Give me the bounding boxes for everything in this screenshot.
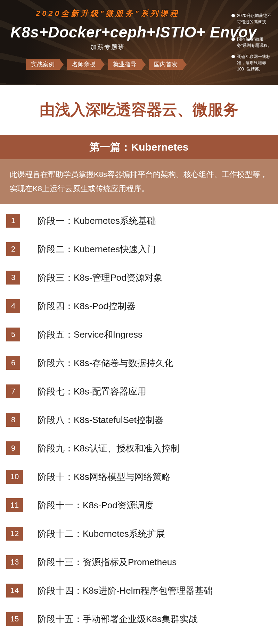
stage-row: 13 阶段十三：资源指标及Prometheus xyxy=(6,555,272,569)
stage-row: 7 阶段七：K8s-配置容器应用 xyxy=(6,384,272,398)
stage-title: 阶段十三：资源指标及Prometheus xyxy=(38,556,177,568)
bullet-dot-icon xyxy=(231,14,235,17)
hero-tags: 实战案例 名师亲授 就业指导 国内首发 xyxy=(10,59,268,70)
stage-number-badge: 7 xyxy=(6,384,20,398)
stage-title: 阶段四：K8s-Pod控制器 xyxy=(38,300,136,312)
stage-title: 阶段十二：Kubernetes系统扩展 xyxy=(38,528,165,540)
bullet-dot-icon xyxy=(231,55,235,58)
stage-row: 10 阶段十：K8s网络模型与网络策略 xyxy=(6,470,272,484)
hero-bullet: 国内首发"微服务"系列专题课程。 xyxy=(231,36,273,49)
stage-title: 阶段二：Kubernetes快速入门 xyxy=(38,243,156,255)
stage-title: 阶段一：Kubernetes系统基础 xyxy=(38,215,156,227)
stage-title: 阶段十一：K8s-Pod资源调度 xyxy=(38,499,154,511)
hero-tag: 名师亲授 xyxy=(67,59,100,70)
stage-title: 阶段八：K8s-StatefulSet控制器 xyxy=(38,414,164,426)
stage-row: 3 阶段三：K8s-管理Pod资源对象 xyxy=(6,271,272,285)
stage-number-badge: 3 xyxy=(6,271,20,285)
stage-number-badge: 14 xyxy=(6,584,23,598)
stage-title: 阶段十：K8s网络模型与网络策略 xyxy=(38,471,171,483)
stage-title: 阶段七：K8s-配置容器应用 xyxy=(38,385,146,398)
hero-subtitle: 加薪专题班 xyxy=(10,43,205,51)
hero-bullet: 2020升职加薪绝不可错过的高薪技术。 xyxy=(231,12,273,31)
stage-number-badge: 11 xyxy=(6,498,23,512)
page-headline: 由浅入深吃透容器云、微服务 xyxy=(0,85,278,135)
hero-banner: 2020全新升级"微服务"系列课程 K8s+Docker+ceph+ISTIO+… xyxy=(0,0,278,85)
stage-row: 14 阶段十四：K8s进阶-Helm程序包管理器基础 xyxy=(6,584,272,598)
stage-number-badge: 13 xyxy=(6,555,23,569)
hero-bullet-text: 国内首发"微服务"系列专题课程。 xyxy=(237,36,273,49)
stage-title: 阶段五：Service和Ingress xyxy=(38,329,142,341)
stage-row: 11 阶段十一：K8s-Pod资源调度 xyxy=(6,498,272,512)
stage-number-badge: 5 xyxy=(6,328,20,341)
bullet-dot-icon xyxy=(231,37,235,41)
stage-row: 2 阶段二：Kubernetes快速入门 xyxy=(6,242,272,256)
stage-row: 8 阶段八：K8s-StatefulSet控制器 xyxy=(6,413,272,427)
stage-number-badge: 9 xyxy=(6,441,20,455)
hero-tag: 就业指导 xyxy=(108,59,141,70)
stage-row: 9 阶段九：K8s认证、授权和准入控制 xyxy=(6,441,272,455)
stage-title: 阶段十五：手动部署企业级K8s集群实战 xyxy=(38,613,198,625)
stage-number-badge: 10 xyxy=(6,470,23,484)
section-title-bar: 第一篇：Kubernetes xyxy=(0,135,278,159)
hero-bullet-text: 2020升职加薪绝不可错过的高薪技术。 xyxy=(237,12,273,31)
stage-number-badge: 8 xyxy=(6,413,20,427)
hero-bullet: 死磕互联网一线标准，每期只培养100+位精英。 xyxy=(231,53,273,72)
stage-title: 阶段三：K8s-管理Pod资源对象 xyxy=(38,272,163,284)
stage-row: 1 阶段一：Kubernetes系统基础 xyxy=(6,214,272,228)
stage-row: 15 阶段十五：手动部署企业级K8s集群实战 xyxy=(6,612,272,626)
stage-number-badge: 2 xyxy=(6,242,20,256)
stage-number-badge: 6 xyxy=(6,356,20,370)
stage-row: 6 阶段六：K8s-存储卷与数据持久化 xyxy=(6,356,272,370)
stage-row: 12 阶段十二：Kubernetes系统扩展 xyxy=(6,527,272,541)
hero-top-line: 2020全新升级"微服务"系列课程 xyxy=(10,8,205,19)
stage-number-badge: 4 xyxy=(6,299,20,313)
stage-list: 1 阶段一：Kubernetes系统基础 2 阶段二：Kubernetes快速入… xyxy=(0,214,278,626)
hero-bullets: 2020升职加薪绝不可错过的高薪技术。 国内首发"微服务"系列专题课程。 死磕互… xyxy=(231,12,273,77)
stage-number-badge: 15 xyxy=(6,612,23,626)
hero-tag: 国内首发 xyxy=(149,59,182,70)
hero-tag: 实战案例 xyxy=(26,59,59,70)
stage-number-badge: 12 xyxy=(6,527,23,541)
hero-title: K8s+Docker+ceph+ISTIO+ Envoy xyxy=(10,24,268,41)
stage-row: 4 阶段四：K8s-Pod控制器 xyxy=(6,299,272,313)
stage-number-badge: 1 xyxy=(6,214,20,228)
course-description: 此课程旨在帮助学员掌握K8s容器编排平台的架构、核心组件、工作模型等，实现在K8… xyxy=(0,159,278,204)
hero-bullet-text: 死磕互联网一线标准，每期只培养100+位精英。 xyxy=(237,53,273,72)
stage-title: 阶段六：K8s-存储卷与数据持久化 xyxy=(38,357,173,369)
stage-title: 阶段十四：K8s进阶-Helm程序包管理器基础 xyxy=(38,585,213,597)
stage-title: 阶段九：K8s认证、授权和准入控制 xyxy=(38,442,180,455)
stage-row: 5 阶段五：Service和Ingress xyxy=(6,328,272,341)
